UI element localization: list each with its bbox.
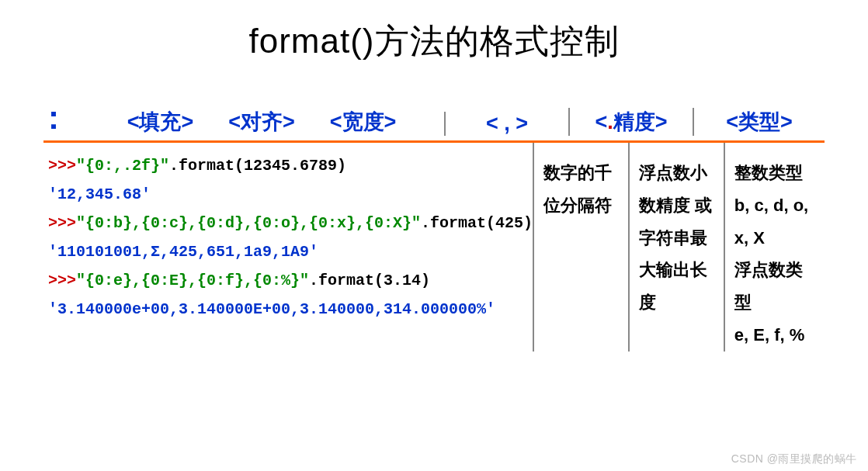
- format-table: : <填充> <对齐> <宽度> < , > <.精度> <类型> >>>"{0…: [43, 102, 825, 352]
- header-align: <对齐>: [228, 110, 295, 133]
- example1-output: '12,345.68': [48, 185, 533, 203]
- header-width: <宽度>: [330, 110, 397, 133]
- type-int-codes: b, c, d, o, x, X: [734, 189, 818, 255]
- format-string: "{0:e},{0:E},{0:f},{0:%}": [76, 272, 309, 289]
- type-description: 整数类型 b, c, d, o, x, X 浮点数类型 e, E, f, %: [724, 143, 825, 352]
- format-string: "{0:b},{0:c},{0:d},{0:o},{0:x},{0:X}": [76, 214, 421, 232]
- prompt-icon: >>>: [48, 157, 76, 175]
- header-fill: <填充>: [127, 110, 194, 133]
- header-comma: < , >: [444, 112, 568, 136]
- body-row: >>>"{0:,.2f}".format(12345.6789) '12,345…: [43, 143, 825, 352]
- format-call: .format(425): [421, 214, 533, 232]
- page-title: format()方法的格式控制: [0, 0, 868, 64]
- type-float-label: 浮点数类型: [734, 254, 818, 319]
- header-colon: :: [43, 102, 79, 136]
- format-call: .format(12345.6789): [169, 157, 346, 175]
- precision-description: 浮点数小数精度 或 字符串最大输出长度: [628, 143, 724, 352]
- format-call: .format(3.14): [309, 272, 430, 289]
- header-type: <类型>: [693, 108, 825, 136]
- example2-input: >>>"{0:b},{0:c},{0:d},{0:o},{0:x},{0:X}"…: [48, 214, 533, 232]
- type-float-codes: e, E, f, %: [734, 319, 818, 352]
- code-examples: >>>"{0:,.2f}".format(12345.6789) '12,345…: [43, 143, 533, 352]
- prompt-icon: >>>: [48, 272, 76, 289]
- precision-rest: 精度>: [613, 110, 668, 133]
- header-row: : <填充> <对齐> <宽度> < , > <.精度> <类型>: [43, 102, 825, 143]
- comma-description: 数字的千位分隔符: [533, 143, 628, 352]
- precision-lt: <: [595, 110, 607, 133]
- precision-dot: .: [607, 110, 613, 133]
- type-int-label: 整数类型: [734, 157, 818, 189]
- example2-output: '110101001,Σ,425,651,1a9,1A9': [48, 243, 533, 261]
- format-string: "{0:,.2f}": [76, 157, 169, 175]
- watermark-text: CSDN @雨里摸爬的蜗牛: [731, 452, 857, 466]
- example3-input: >>>"{0:e},{0:E},{0:f},{0:%}".format(3.14…: [48, 272, 533, 289]
- prompt-icon: >>>: [48, 214, 76, 232]
- header-precision: <.精度>: [568, 108, 693, 136]
- header-fill-align-width: <填充> <对齐> <宽度>: [79, 108, 444, 136]
- example1-input: >>>"{0:,.2f}".format(12345.6789): [48, 157, 533, 175]
- example3-output: '3.140000e+00,3.140000E+00,3.140000,314.…: [48, 300, 533, 318]
